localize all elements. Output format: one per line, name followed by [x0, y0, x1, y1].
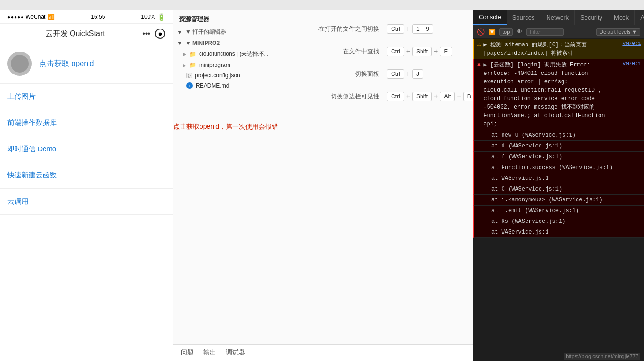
phone-simulator: ●●●●● WeChat 📶 16:55 100% 🔋 云开发 QuickSta…	[0, 10, 173, 361]
key-val-1: F	[440, 47, 452, 56]
warn-text: ▶ 检测 sitemap 的规则[0]：当前页面 [pages/index/in…	[483, 41, 619, 58]
shortcut-row-2: 切换面板 Ctrl + J	[295, 69, 454, 79]
project-config-label: project.config.json	[195, 72, 240, 79]
key-ctrl-1: Ctrl	[387, 47, 404, 56]
tab-network[interactable]: Network	[540, 10, 575, 25]
key-sep-1b: +	[434, 47, 438, 56]
avatar	[7, 52, 32, 76]
error-text-main: ▶ [云函数] [login] 调用失败 Error: errCode: -40…	[483, 61, 619, 128]
key-ctrl-0: Ctrl	[387, 24, 404, 34]
tab-security[interactable]: Security	[575, 10, 608, 25]
md-icon: i	[186, 82, 193, 89]
miniprogram-label: miniprogram	[199, 62, 230, 68]
minipro2-header[interactable]: ▼ ▼ MINIPRO2	[173, 38, 276, 48]
phone-nav-title: 云开发 QuickStart	[45, 29, 105, 39]
folder2-icon: 📁	[189, 62, 196, 68]
file-panel: 资源管理器 ▼ ▼ 打开的编辑器 ▼ ▼ MINIPRO2 ▶ 📁 cloudf…	[173, 10, 276, 344]
shortcut-label-3: 切换侧边栏可见性	[295, 92, 379, 101]
key-val-0: 1 ~ 9	[412, 24, 433, 34]
key-sep-1a: +	[406, 47, 410, 56]
console-sub-8: at i.emit (WAService.js:1)	[473, 206, 644, 216]
cloudfunctions-item[interactable]: ▶ 📁 cloudfunctions | (未选择环...	[173, 48, 276, 60]
openid-button[interactable]: 点击获取 openid	[39, 59, 94, 69]
console-sub-9: at Rs (WAService.js:1)	[473, 216, 644, 227]
shortcut-row-0: 在打开的文件之间切换 Ctrl + 1 ~ 9	[295, 24, 454, 34]
readme-item[interactable]: i README.md	[173, 81, 276, 91]
key-val-2: J	[412, 69, 423, 79]
console-toolbar: 🚫 🔽 top 👁 Default levels ▼	[473, 25, 644, 38]
console-line-warn: ⚠ ▶ 检测 sitemap 的规则[0]：当前页面 [pages/index/…	[473, 39, 644, 59]
carrier-label: WeChat	[25, 14, 45, 20]
folder-arrow-icon: ▶	[183, 52, 186, 57]
project-config-item[interactable]: {} project.config.json	[173, 70, 276, 81]
shortcut-row-1: 在文件中查找 Ctrl + Shift + F	[295, 47, 454, 56]
console-sub-1: at new u (WAService.js:1)	[473, 130, 644, 141]
devtools-tabs-bar: Console Sources Network Security Mock Ap…	[473, 10, 644, 25]
miniprogram-item[interactable]: ▶ 📁 miniprogram	[173, 60, 276, 70]
error-icon: ✖	[477, 61, 481, 68]
debug-output-tab[interactable]: 输出	[203, 346, 216, 359]
battery-icon: 🔋	[157, 13, 165, 21]
eye-icon[interactable]: 👁	[517, 28, 523, 35]
nav-record-icon: ⏺	[155, 29, 165, 39]
console-sub-10: at WAService.js:1	[473, 227, 644, 238]
filter-icon: 🔽	[489, 29, 496, 35]
console-sub-4: at Function.success (WAService.js:1)	[473, 162, 644, 173]
key-alt-3: Alt	[440, 92, 455, 101]
key-shift-3: Shift	[412, 92, 432, 101]
key-shift-1: Shift	[412, 47, 432, 56]
cloudfunctions-label: cloudfunctions | (未选择环...	[199, 50, 269, 58]
debug-debugger-tab[interactable]: 调试器	[226, 346, 245, 359]
warn-icon: ⚠	[477, 41, 481, 48]
warn-link[interactable]: VM70:1	[622, 41, 641, 46]
battery-percent: 100%	[141, 14, 155, 20]
filter-input[interactable]	[526, 28, 564, 36]
phone-nav-bar: 云开发 QuickStart ••• ⏺	[0, 24, 173, 44]
open-editors-header[interactable]: ▼ ▼ 打开的编辑器	[173, 26, 276, 38]
console-sub-3: at f (WAService.js:1)	[473, 152, 644, 162]
folder-icon: 📁	[189, 51, 196, 58]
time-display: 16:55	[91, 14, 105, 20]
debug-issues-tab[interactable]: 问题	[181, 346, 194, 359]
shortcuts-panel: 在打开的文件之间切换 Ctrl + 1 ~ 9 在文件中查找 Ctrl + Sh…	[276, 10, 473, 344]
database-item[interactable]: 前端操作数据库	[0, 110, 173, 136]
tab-appdata[interactable]: AppData	[635, 10, 644, 25]
key-val-3: B	[463, 92, 473, 101]
shortcut-label-0: 在打开的文件之间切换	[295, 25, 379, 33]
cloud-call-item[interactable]: 云调用	[0, 189, 173, 215]
json-icon: {}	[186, 73, 192, 78]
profile-section: 点击获取 openid	[0, 44, 173, 84]
file-manager-title: 资源管理器	[173, 12, 276, 26]
upload-image-item[interactable]: 上传图片	[0, 84, 173, 110]
console-sub-6: at C (WAService.js:1)	[473, 184, 644, 195]
tab-mock[interactable]: Mock	[608, 10, 635, 25]
key-sep-3a: +	[406, 92, 410, 101]
top-select-label[interactable]: top	[499, 28, 513, 36]
top-bar	[0, 0, 644, 10]
folder-arrow2-icon: ▶	[183, 63, 186, 68]
nav-dots: •••	[142, 29, 150, 38]
devtools-panel: Console Sources Network Security Mock Ap…	[473, 10, 644, 361]
clear-console-icon[interactable]: 🚫	[477, 28, 485, 36]
key-ctrl-2: Ctrl	[387, 69, 404, 79]
key-sep-3b: +	[434, 92, 438, 101]
key-sep-0: +	[406, 25, 410, 33]
levels-select[interactable]: Default levels ▼	[596, 28, 640, 36]
shortcut-row-3: 切换侧边栏可见性 Ctrl + Shift + Alt + B	[295, 92, 454, 101]
tab-console[interactable]: Console	[473, 10, 507, 25]
console-sub-2: at d (WAService.js:1)	[473, 141, 644, 152]
console-output[interactable]: ⚠ ▶ 检测 sitemap 的规则[0]：当前页面 [pages/index/…	[473, 38, 644, 361]
readme-label: README.md	[196, 82, 229, 89]
error-link-main[interactable]: VM70:1	[622, 61, 641, 66]
im-demo-item[interactable]: 即时通信 Demo	[0, 136, 173, 162]
tab-sources[interactable]: Sources	[507, 10, 541, 25]
new-function-item[interactable]: 快速新建云函数	[0, 162, 173, 189]
bottom-url: https://blog.csdn.net/mingjie777	[564, 353, 640, 360]
shortcut-label-1: 在文件中查找	[295, 47, 379, 56]
signal-dots: ●●●●●	[7, 15, 24, 20]
console-sub-7: at i.<anonymous> (WAService.js:1)	[473, 195, 644, 206]
phone-status-bar: ●●●●● WeChat 📶 16:55 100% 🔋	[0, 10, 173, 24]
wifi-icon: 📶	[48, 14, 55, 20]
debug-toolbar: 问题 输出 调试器	[173, 344, 473, 361]
console-sub-5: at WAService.js:1	[473, 173, 644, 184]
